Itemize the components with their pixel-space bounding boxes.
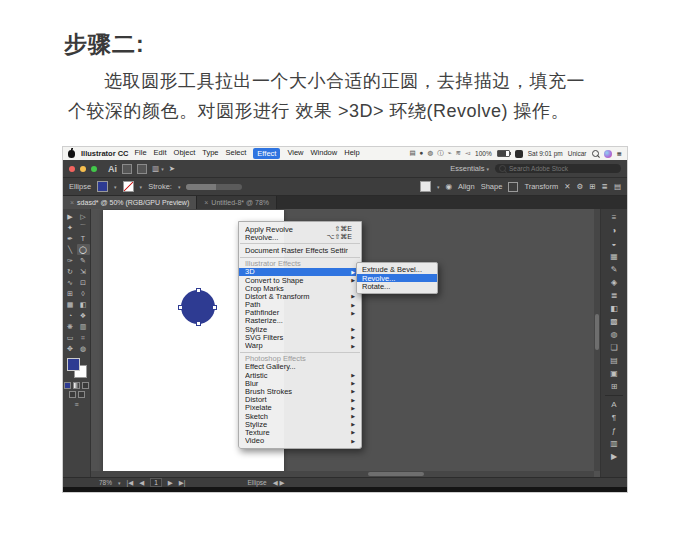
shape-label[interactable]: Shape	[481, 182, 503, 191]
character-panel-icon[interactable]: A	[611, 398, 616, 411]
stroke-weight-caret-icon[interactable]: ▾	[178, 184, 181, 190]
anchor-point[interactable]	[196, 288, 201, 293]
status-nav-arrows[interactable]: ◀ ▶	[273, 479, 285, 487]
line-segment-tool[interactable]: ╲	[64, 244, 77, 255]
stroke-panel-icon[interactable]: ≣	[611, 289, 618, 302]
apple-logo-icon[interactable]	[68, 150, 75, 158]
lasso-tool[interactable]: ⌒	[77, 222, 90, 233]
opacity-slider[interactable]	[186, 184, 242, 190]
input-source[interactable]: Unicar	[568, 150, 587, 157]
settings-gear-icon[interactable]: ⚙	[577, 182, 584, 191]
slice-tool[interactable]: ⌗	[77, 332, 90, 343]
menu-item-warp[interactable]: Warp ▶	[239, 341, 361, 349]
vertical-scrollbar[interactable]	[594, 209, 600, 471]
layers-panel-icon[interactable]: ▤	[610, 354, 618, 367]
stroke-caret-icon[interactable]: ▾	[140, 184, 143, 190]
screen-mode-icon[interactable]: ≡	[74, 401, 78, 408]
pen-tool[interactable]: ✒	[64, 233, 77, 244]
volume-icon[interactable]: ◅	[465, 149, 470, 158]
transform-label[interactable]: Transform	[524, 182, 558, 191]
spotlight-search-icon[interactable]	[592, 150, 599, 157]
draw-behind-icon[interactable]	[78, 391, 85, 398]
stock-search-field[interactable]: Search Adobe Stock	[495, 164, 621, 173]
align-panel-icon[interactable]: ⊞	[611, 380, 618, 393]
tab-close-icon[interactable]: ×	[204, 199, 208, 206]
draw-normal-icon[interactable]	[69, 391, 76, 398]
blue-circle-shape[interactable]	[181, 290, 215, 324]
graph-tool[interactable]: ▥	[77, 321, 90, 332]
last-artboard-icon[interactable]: ▶|	[179, 479, 186, 487]
mesh-tool[interactable]: ▦	[64, 299, 77, 310]
tab-document-1[interactable]: × sdasd* @ 50% (RGB/GPU Preview)	[63, 196, 197, 209]
swatches-panel-icon[interactable]: ▦	[610, 250, 618, 263]
fill-swatch[interactable]	[97, 181, 108, 192]
menu-help[interactable]: Help	[344, 148, 359, 159]
horizontal-scrollbar[interactable]	[91, 471, 594, 477]
creative-cloud-icon[interactable]: ◍	[428, 149, 434, 158]
scale-tool[interactable]: ⇲	[77, 266, 90, 277]
stroke-swatch[interactable]	[123, 181, 134, 192]
submenu-item-extrude-bevel[interactable]: Extrude & Bevel...	[357, 265, 437, 274]
panel-icon[interactable]: ▤	[614, 182, 621, 191]
workspace-switcher[interactable]: Essentials ▾	[450, 164, 489, 173]
menubar-clock[interactable]: Sat 9:01 pm	[528, 150, 563, 157]
free-transform-tool[interactable]: ⊡	[77, 277, 90, 288]
screen-recorder-icon[interactable]	[515, 150, 523, 158]
align-label[interactable]: Align	[458, 182, 475, 191]
opentype-panel-icon[interactable]: ƒ	[612, 424, 616, 437]
prev-artboard-icon[interactable]: ◀	[139, 479, 144, 487]
anchor-point[interactable]	[196, 321, 201, 326]
menu-file[interactable]: File	[135, 148, 147, 159]
zoom-tool[interactable]: ◍	[77, 343, 90, 354]
variable-width-swatch[interactable]	[420, 181, 431, 192]
menu-item-revolve-top[interactable]: Revolve... ⌥⇧⌘E	[239, 233, 361, 241]
tab-close-icon[interactable]: ×	[70, 199, 74, 206]
minimize-window-button[interactable]	[80, 166, 86, 172]
menu-window[interactable]: Window	[311, 148, 338, 159]
next-artboard-icon[interactable]: ▶	[168, 479, 173, 487]
selection-tool[interactable]: ▶	[64, 211, 77, 222]
perspective-grid-tool[interactable]: ◊	[77, 288, 90, 299]
paragraph-panel-icon[interactable]: ¶	[612, 411, 616, 424]
app-name[interactable]: Illustrator CC	[81, 149, 129, 158]
list-icon[interactable]: ≣	[602, 182, 608, 191]
isolate-icon[interactable]: ✕	[564, 182, 570, 191]
siri-icon[interactable]	[604, 150, 612, 158]
hand-tool[interactable]: ✥	[64, 343, 77, 354]
window-manager-icon[interactable]: ▤	[409, 149, 415, 158]
brushes-panel-icon[interactable]: ✎	[611, 263, 618, 276]
pencil-tool[interactable]: ✎	[77, 255, 90, 266]
artboard-tool[interactable]: ▭	[64, 332, 77, 343]
menu-select[interactable]: Select	[226, 148, 247, 159]
tab-document-2[interactable]: × Untitled-8* @ 78%	[197, 196, 277, 209]
close-window-button[interactable]	[69, 166, 75, 172]
menu-edit[interactable]: Edit	[154, 148, 167, 159]
menu-item-video[interactable]: Video ▶	[239, 437, 361, 445]
transparency-panel-icon[interactable]: ▩	[610, 315, 618, 328]
ellipse-tool[interactable]: ◯	[77, 244, 90, 255]
type-tool[interactable]: T	[77, 233, 90, 244]
shape-builder-tool[interactable]: ⊞	[64, 288, 77, 299]
libraries-panel-icon[interactable]: ▥	[610, 437, 618, 450]
first-artboard-icon[interactable]: |◀	[127, 479, 134, 487]
zoom-caret-icon[interactable]: ▾	[118, 480, 121, 486]
new-document-icon[interactable]	[122, 164, 132, 174]
anchor-point[interactable]	[178, 305, 183, 310]
color-mode-icon[interactable]	[64, 382, 71, 389]
width-caret-icon[interactable]: ▾	[437, 184, 440, 190]
none-mode-icon[interactable]	[82, 382, 89, 389]
info-icon[interactable]: ⓘ	[437, 149, 444, 158]
fill-caret-icon[interactable]: ▾	[114, 184, 117, 190]
arrange-documents-icon[interactable]: ▥ ▾	[152, 164, 164, 173]
color-panel-icon[interactable]: ◑	[612, 224, 617, 237]
menu-item-raster-settings[interactable]: Document Raster Effects Settings...	[239, 246, 361, 254]
symbols-panel-icon[interactable]: ◈	[611, 276, 617, 289]
menu-view[interactable]: View	[287, 148, 303, 159]
zoom-window-button[interactable]	[91, 166, 97, 172]
dropbox-icon[interactable]: ●	[420, 149, 424, 158]
gradient-tool[interactable]: ◧	[77, 299, 90, 310]
submenu-item-rotate[interactable]: Rotate...	[357, 282, 437, 291]
share-icon[interactable]: ➤	[169, 164, 175, 173]
actions-panel-icon[interactable]: ▶	[611, 450, 617, 463]
symbol-sprayer-tool[interactable]: ❋	[64, 321, 77, 332]
